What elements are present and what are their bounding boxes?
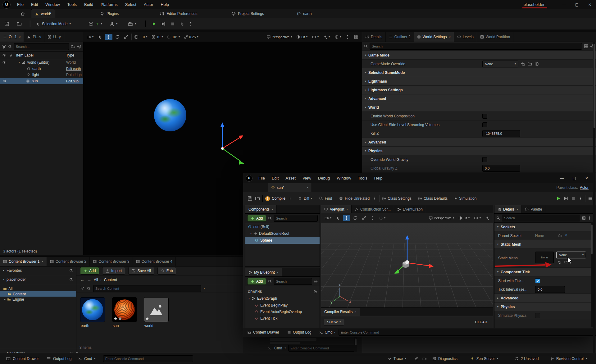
diagnostics-button[interactable]: Diagnostics	[432, 353, 457, 364]
blueprint-settings-icon[interactable]	[314, 280, 318, 283]
bp-content-drawer-button[interactable]: Content Drawer	[248, 330, 279, 334]
outliner-search-input[interactable]	[14, 43, 69, 50]
add-blueprint-item-button[interactable]: Add	[247, 278, 266, 285]
start-with-tick-checkbox[interactable]	[535, 278, 540, 283]
close-icon[interactable]: ×	[346, 207, 348, 211]
add-graph-icon[interactable]	[313, 290, 317, 293]
show-flags-button[interactable]: ▾	[472, 215, 482, 221]
asset-editor-tab-earth[interactable]: earth	[297, 9, 312, 18]
outliner-settings-icon[interactable]	[77, 44, 81, 49]
content-drawer-button[interactable]: Content Drawer	[6, 353, 39, 364]
section-advanced-1[interactable]: ▸Advanced	[362, 94, 596, 103]
event-beginplay-row[interactable]: Event BeginPlay	[245, 302, 320, 308]
level-tab[interactable]: world*	[31, 9, 55, 19]
viewport-settings-icon[interactable]: ▾	[333, 34, 343, 40]
add-content-button[interactable]: Add	[80, 267, 99, 275]
tab-content-browser-4[interactable]: Content Browser 4	[133, 257, 176, 266]
bp-maximize-button[interactable]: ▢	[568, 173, 580, 183]
bp-menu-debug[interactable]: Debug	[315, 173, 333, 183]
bp-menu-tools[interactable]: Tools	[354, 173, 371, 183]
bp-console-input[interactable]	[339, 329, 596, 336]
back-button[interactable]: ←	[80, 277, 84, 282]
global-gravity-input[interactable]: 0.0	[482, 165, 520, 172]
perspective-dropdown[interactable]: Perspective▾	[427, 215, 456, 221]
parent-class-link[interactable]: Actor	[580, 185, 589, 190]
unreal-logo[interactable]: U	[2, 1, 11, 9]
trace-dropdown[interactable]: Trace▾	[388, 353, 406, 364]
close-icon[interactable]: ×	[449, 35, 451, 39]
tab-world-partition[interactable]: World Partition	[477, 32, 513, 42]
save-button[interactable]	[4, 18, 9, 30]
surface-snap-button[interactable]	[133, 34, 140, 40]
expand-arrow-icon[interactable]: ▾	[248, 297, 250, 300]
tab-outliner-1[interactable]: O...1×	[0, 32, 24, 42]
tab-world-settings[interactable]: World Settings×	[414, 32, 454, 42]
home-button[interactable]	[20, 9, 25, 18]
tab-components[interactable]: Components×	[245, 205, 277, 213]
section-advanced-2[interactable]: ▸Advanced	[362, 138, 596, 147]
breadcrumb-content[interactable]: Content	[104, 278, 117, 282]
outliner-row-sun[interactable]: sun Edit sun	[0, 78, 83, 84]
menu-select[interactable]: Select	[122, 0, 140, 9]
section-bp-advanced[interactable]: ▸Advanced	[494, 294, 593, 303]
tab-places[interactable]: Pl...s	[24, 32, 44, 42]
eventgraph-row[interactable]: ▾ EventGraph	[245, 295, 320, 302]
bp-asset-tab-sun[interactable]: sun* ×	[268, 183, 312, 192]
section-selected-gamemode[interactable]: ▸Selected GameMode	[362, 68, 596, 77]
background-scrollbar[interactable]	[354, 337, 357, 352]
show-flags-button[interactable]: ▾	[310, 34, 320, 40]
move-tool-button[interactable]	[105, 34, 112, 40]
tab-bp-details[interactable]: Details×	[494, 205, 522, 213]
maximize-button[interactable]: ▢	[571, 0, 583, 9]
grid-snap-button[interactable]: 10▾	[150, 34, 164, 40]
search-icon[interactable]	[69, 278, 73, 281]
add-actor-dropdown[interactable]: ▾	[89, 18, 102, 30]
tab-content-browser-3[interactable]: Content Browser 3	[90, 257, 133, 266]
menu-build[interactable]: Build	[81, 0, 97, 9]
section-static-mesh[interactable]: ▾Static Mesh	[494, 240, 593, 249]
tab-my-blueprint[interactable]: My Blueprint×	[245, 268, 282, 276]
display-options-icon[interactable]	[584, 44, 588, 48]
asset-card-sun[interactable]: sun	[112, 297, 137, 328]
cmd-dropdown[interactable]: Cmd▾	[78, 353, 95, 364]
section-bp-physics[interactable]: ▾Physics	[494, 303, 593, 311]
select-tool-button[interactable]	[334, 215, 342, 221]
section-world[interactable]: ▾World	[362, 103, 596, 112]
section-sockets[interactable]: ▾Sockets	[494, 223, 593, 231]
use-selected-icon[interactable]	[521, 62, 525, 66]
project-root-row[interactable]: ▾placeholder	[0, 275, 76, 284]
save-icon[interactable]	[248, 196, 253, 201]
tab-levels[interactable]: Levels	[454, 32, 477, 42]
close-button[interactable]: ✕	[584, 0, 596, 9]
close-icon[interactable]: ×	[277, 271, 279, 274]
override-gravity-checkbox[interactable]	[482, 157, 487, 162]
new-folder-icon[interactable]	[71, 44, 75, 49]
section-game-mode[interactable]: ▾Game Mode	[362, 51, 596, 60]
show-filter-dropdown[interactable]: SHOW▾	[324, 319, 344, 325]
menu-edit[interactable]: Edit	[28, 0, 41, 9]
new-asset-icon[interactable]	[535, 62, 539, 66]
unsaved-button[interactable]: 2 Unsaved	[515, 353, 539, 364]
view-effects-button[interactable]: ▾	[321, 34, 331, 40]
tab-utility[interactable]: U...y	[44, 32, 64, 42]
use-selected-asset-icon[interactable]	[557, 260, 561, 264]
bp-minimize-button[interactable]: —	[556, 173, 568, 183]
bp-menu-file[interactable]: File	[255, 173, 268, 183]
tab-construction-script[interactable]: Construction Scr...	[352, 205, 394, 213]
clear-socket-icon[interactable]: ✕	[565, 234, 567, 238]
settings-search-input[interactable]	[370, 43, 582, 50]
event-actorbeginoverlap-row[interactable]: Event ActorBeginOverlap	[245, 308, 320, 315]
menu-window[interactable]: Window	[42, 0, 63, 9]
expand-arrow-icon[interactable]: ▾	[19, 61, 20, 64]
screenshot-button[interactable]	[422, 353, 427, 364]
outliner-row-light[interactable]: light PointLigh	[0, 72, 83, 78]
bp-layout-menu-icon[interactable]	[588, 196, 593, 201]
tab-content-browser-1[interactable]: Content Browser 1×	[0, 257, 47, 266]
plugins-button[interactable]: Plugins	[100, 9, 119, 18]
add-component-button[interactable]: Add	[247, 215, 266, 222]
menu-help[interactable]: Help	[157, 0, 172, 9]
bp-menu-asset[interactable]: Asset	[282, 173, 299, 183]
tab-compiler-results[interactable]: Compiler Results×	[321, 308, 360, 316]
background-console-input[interactable]	[288, 345, 355, 352]
view-effects-button[interactable]	[484, 215, 491, 221]
